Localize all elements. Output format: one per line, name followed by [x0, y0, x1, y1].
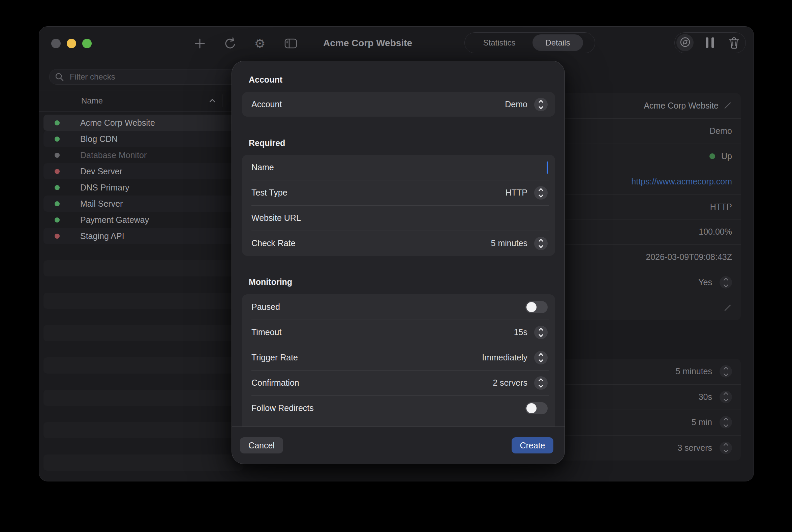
edit-tags-icon[interactable] [723, 303, 732, 312]
section-title-account: Account [249, 74, 283, 85]
trigger-rate-row: Trigger Rate Immediately [242, 345, 555, 370]
name-field[interactable]: Name [242, 155, 555, 180]
status-dot [55, 153, 60, 158]
check-rate-stepper[interactable] [534, 237, 548, 250]
chevron-up-icon [723, 367, 728, 372]
chevron-up-icon [723, 418, 728, 422]
column-header-name[interactable]: Name [81, 90, 103, 112]
trigger-rate-stepper[interactable] [534, 351, 548, 364]
list-item[interactable]: Mail Server [43, 195, 243, 212]
website-url-field[interactable]: Website URL [242, 205, 555, 231]
chevron-down-icon [539, 332, 543, 337]
status-up-dot [710, 153, 715, 159]
list-item-label: Blog CDN [80, 134, 118, 144]
follow-redirects-label: Follow Redirects [251, 403, 314, 413]
window-title: Acme Corp Website [323, 26, 412, 59]
test-type-row: Test Type HTTP [242, 180, 555, 205]
text-caret [547, 162, 548, 174]
titlebar: ⚙ Acme Corp Website Statistics Details [39, 26, 754, 59]
clipped-row [242, 421, 555, 427]
paused-label: Paused [251, 302, 280, 312]
empty-stripe [43, 357, 243, 374]
add-check-button[interactable] [192, 36, 207, 51]
trigger-rate-label: Trigger Rate [251, 353, 298, 362]
timeout-stepper[interactable] [534, 326, 548, 339]
status-dot [55, 136, 60, 141]
sidebar-toggle-icon [284, 37, 297, 50]
paused-toggle[interactable] [525, 301, 548, 313]
account-stepper[interactable] [534, 98, 548, 111]
pause-check-button[interactable] [706, 37, 714, 48]
edit-icon[interactable] [723, 101, 732, 110]
list-item[interactable]: Dev Server [43, 163, 243, 179]
detail-url-link[interactable]: https://www.acmecorp.com [631, 177, 732, 186]
confirmation-stepper[interactable] [719, 442, 732, 454]
monitoring-group: Paused Timeout 15s Trigger Rate [242, 294, 555, 427]
chevron-down-icon [539, 192, 543, 197]
timeout-stepper[interactable] [719, 391, 732, 403]
minimize-window-button[interactable] [67, 39, 76, 48]
list-item[interactable]: DNS Primary [43, 179, 243, 195]
empty-stripe [43, 422, 243, 438]
tab-statistics[interactable]: Statistics [465, 33, 534, 53]
list-item[interactable]: Staging API [43, 228, 243, 244]
test-type-stepper[interactable] [534, 186, 548, 200]
list-item[interactable]: Payment Gateway [43, 212, 243, 228]
account-value: Demo [505, 99, 527, 109]
close-window-button[interactable] [51, 39, 61, 48]
chevron-up-icon [723, 443, 728, 448]
sort-ascending-icon[interactable] [208, 97, 216, 106]
account-label: Account [251, 99, 282, 109]
timeout-row: Timeout 15s [242, 320, 555, 345]
website-url-label: Website URL [251, 213, 301, 223]
confirmation-row: Confirmation 2 servers [242, 370, 555, 396]
list-item[interactable]: Acme Corp Website [43, 115, 243, 131]
toolbar-divider [305, 30, 305, 56]
confirmation-stepper[interactable] [534, 376, 548, 390]
list-item[interactable]: Database Monitor [43, 147, 243, 163]
status-dot [55, 185, 60, 190]
dialog-form: Account Account Demo Required Name [232, 61, 564, 427]
follow-redirects-toggle[interactable] [525, 402, 548, 414]
follow-redirects-row: Follow Redirects [242, 396, 555, 421]
empty-stripe [43, 260, 243, 277]
paused-row: Paused [242, 294, 555, 320]
pause-icon [706, 37, 709, 48]
chevron-up-icon [539, 188, 543, 192]
chevron-up-icon [539, 378, 543, 383]
detail-enabled-value: Yes [698, 278, 712, 287]
section-title-monitoring: Monitoring [249, 277, 292, 287]
open-in-browser-button[interactable] [676, 34, 694, 51]
compass-icon [679, 36, 691, 49]
chevron-down-icon [539, 243, 543, 248]
zoom-window-button[interactable] [82, 39, 92, 48]
account-row: Account Demo [242, 92, 555, 117]
detail-test-type-value: HTTP [710, 202, 732, 212]
list-item-label: Staging API [80, 231, 124, 241]
check-list: Acme Corp WebsiteBlog CDNDatabase Monito… [43, 115, 243, 244]
chevron-down-icon [539, 104, 543, 109]
refresh-button[interactable] [223, 36, 237, 51]
settings-button[interactable]: ⚙ [252, 36, 267, 51]
toggle-sidebar-button[interactable] [284, 36, 298, 51]
empty-stripe [43, 454, 243, 471]
trash-icon [728, 45, 740, 51]
chevron-up-icon [723, 278, 728, 283]
chevron-up-icon [539, 99, 543, 104]
list-header: Name [39, 90, 245, 112]
new-check-dialog: Account Account Demo Required Name [232, 61, 565, 464]
status-dot [55, 169, 60, 174]
check-rate-stepper[interactable] [719, 365, 732, 378]
chevron-down-icon [723, 422, 728, 427]
list-item[interactable]: Blog CDN [43, 131, 243, 147]
detail-status-value: Up [721, 151, 732, 161]
chevron-down-icon [723, 283, 728, 287]
trigger-rate-stepper[interactable] [719, 416, 732, 429]
cancel-button[interactable]: Cancel [240, 437, 283, 453]
delete-check-button[interactable] [728, 36, 740, 51]
list-item-label: Payment Gateway [80, 215, 149, 225]
create-button[interactable]: Create [511, 437, 554, 453]
status-dot [55, 234, 60, 239]
tab-details[interactable]: Details [533, 33, 583, 53]
enabled-stepper[interactable] [719, 276, 732, 289]
